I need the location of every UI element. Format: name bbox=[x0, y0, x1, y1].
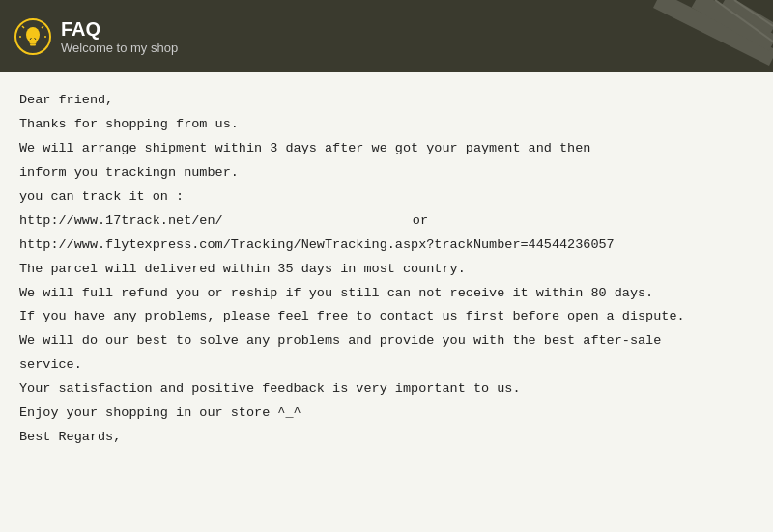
header-text-group: FAQ Welcome to my shop bbox=[61, 18, 178, 55]
track-url-1-or: or bbox=[413, 213, 428, 228]
content-area: Dear friend, Thanks for shopping from us… bbox=[0, 72, 773, 532]
line-regards: Best Regards, bbox=[19, 427, 754, 449]
svg-rect-2 bbox=[30, 42, 37, 44]
header-subtitle: Welcome to my shop bbox=[61, 41, 178, 55]
lightbulb-icon bbox=[14, 18, 51, 55]
line-track-urls: http://www.17track.net/en/ or bbox=[19, 210, 754, 233]
line-service: service. bbox=[19, 354, 754, 377]
header-title: FAQ bbox=[61, 18, 178, 41]
line-enjoy: Enjoy your shopping in our store ^_^ bbox=[19, 403, 754, 425]
line-track-intro: you can track it on : bbox=[19, 186, 754, 209]
line-problems: If you have any problems, please feel fr… bbox=[19, 306, 754, 328]
line-shipment: We will arrange shipment within 3 days a… bbox=[19, 138, 754, 160]
line-best-effort: We will do our best to solve any problem… bbox=[19, 330, 754, 352]
svg-point-1 bbox=[26, 27, 40, 42]
line-track-url2: http://www.flytexpress.com/Tracking/NewT… bbox=[19, 235, 754, 257]
header-decoration bbox=[580, 0, 773, 72]
track-url-1: http://www.17track.net/en/ bbox=[19, 213, 223, 228]
line-satisfaction: Your satisfaction and positive feedback … bbox=[19, 378, 754, 401]
svg-line-6 bbox=[22, 26, 24, 28]
line-thanks: Thanks for shopping from us. bbox=[19, 114, 754, 136]
line-inform: inform you trackingn number. bbox=[19, 162, 754, 184]
svg-line-7 bbox=[42, 26, 43, 28]
svg-rect-3 bbox=[30, 43, 36, 45]
line-refund: We will full refund you or reship if you… bbox=[19, 283, 754, 305]
line-greeting: Dear friend, bbox=[19, 90, 754, 112]
line-delivery: The parcel will delivered within 35 days… bbox=[19, 259, 754, 281]
header: FAQ Welcome to my shop bbox=[0, 0, 773, 72]
